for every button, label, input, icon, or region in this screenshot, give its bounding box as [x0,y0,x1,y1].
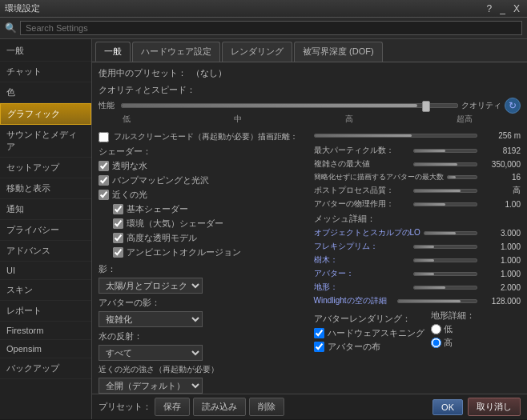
shader-adv-label: 高度な透明モデル [127,232,197,244]
tab-dof[interactable]: 被写界深度 (DOF) [294,42,383,62]
sidebar-item-firestorm[interactable]: Firestorm [0,322,91,340]
shader-water-row: 透明な水 [99,160,306,172]
sidebar-item-privacy[interactable]: プライバシー [0,220,91,241]
avatar-cloth-label: アバターの布 [328,341,380,353]
shadow-select[interactable]: 太陽/月とプロジェクタ [99,278,203,294]
sidebar-item-report[interactable]: レポート [0,301,91,322]
shader-bump-check[interactable] [99,175,109,186]
sidebar-item-sound[interactable]: サウンドとメディア [0,125,91,158]
avatar-physics-value: 1.00 [481,200,521,209]
shader-water-check[interactable] [99,161,109,171]
complexity-fill [414,163,458,166]
mesh-avatar-label: アバター： [314,268,410,279]
shader-basic-check[interactable] [113,204,123,214]
windlight-bar[interactable] [397,299,478,303]
mesh-flexi-label: フレキシプリム： [314,241,410,252]
help-button[interactable]: ? [485,3,495,14]
sidebar-item-ui[interactable]: UI [0,262,91,280]
draw-distance-bar[interactable] [314,134,478,138]
quality-section-label: クオリティとスピード： [99,84,195,96]
shader-atmos-check[interactable] [113,218,123,229]
tab-bar: 一般 ハードウェア設定 レンダリング 被写界深度 (DOF) [92,39,527,62]
ok-button[interactable]: OK [432,399,463,415]
save-button[interactable]: 保存 [155,398,190,416]
avatar-max-bar[interactable] [447,175,478,179]
windlight-value: 128.000 [481,297,521,306]
fullscreen-checkbox[interactable] [99,132,109,142]
complexity-bar[interactable] [413,162,478,166]
quality-slider-bar[interactable] [121,103,458,108]
close-button[interactable]: X [511,3,522,14]
terrain-high-radio[interactable] [431,338,441,348]
cancel-button[interactable]: 取り消し [468,398,521,416]
shadow-section: 影： 太陽/月とプロジェクタ アバターの影： 複雑化 [99,263,306,327]
quality-label-mid: 中 [234,114,242,125]
minimize-button[interactable]: _ [497,3,508,14]
quality-label-low: 低 [123,114,131,125]
mesh-label: メッシュ詳細： [314,213,521,225]
sidebar-item-chat[interactable]: チャット [0,62,91,82]
sidebar-item-general[interactable]: 一般 [0,41,91,62]
water-select[interactable]: すべて [99,345,203,361]
search-input[interactable] [20,21,522,35]
mesh-objects-bar[interactable] [424,231,477,235]
mesh-avatar-bar[interactable] [413,272,478,276]
quality-left-label: 性能 [99,100,118,111]
preset-row: 使用中のプリセット： （なし） [99,67,521,79]
mesh-flexi-bar[interactable] [413,245,478,249]
avatar-cloth-check[interactable] [314,342,324,352]
terrain-high-label: 高 [444,337,453,349]
terrain-low-radio[interactable] [431,324,441,334]
quality-slider-container[interactable] [121,103,458,108]
terrain-low-row: 低 [431,323,475,335]
mesh-trees-bar[interactable] [413,258,478,262]
sidebar-item-setup[interactable]: セットアップ [0,158,91,178]
sidebar-item-skin[interactable]: スキン [0,280,91,301]
load-button[interactable]: 読み込み [193,398,246,416]
sidebar-item-advance[interactable]: アドバンス [0,241,91,262]
bottom-bar: プリセット： 保存 読み込み 削除 OK 取り消し [92,394,527,419]
shader-nearlight-check[interactable] [99,190,109,200]
mesh-avatar-value: 1.000 [481,270,521,278]
shader-basic-row: 基本シェーダー [99,203,306,215]
shader-adv-check[interactable] [113,233,123,243]
quality-section: クオリティとスピード： 性能 クオリティ ↻ 低 中 [99,84,521,125]
tab-rendering[interactable]: レンダリング [222,42,292,62]
postprocess-bar[interactable] [413,189,478,193]
avatar-physics-bar[interactable] [413,202,478,206]
delete-button[interactable]: 削除 [249,398,284,416]
max-particles-bar[interactable] [413,149,478,153]
sidebar-item-opensim[interactable]: Opensim [0,340,91,358]
shadow-select-row: 太陽/月とプロジェクタ [99,278,306,294]
avatar-shadow-select[interactable]: 複雑化 [99,311,203,327]
postprocess-fill [414,190,461,192]
complexity-label: 複雑さの最大値 [314,158,410,170]
tab-general[interactable]: 一般 [95,42,131,62]
complexity-row: 複雑さの最大値 350,000 [314,158,521,170]
shadow-title: 影： [99,263,306,275]
shader-header: シェーダー： [99,146,306,158]
nearlight-select[interactable]: 全開（デフォルト） [99,378,203,394]
nearlight-label: 近くの光の強さ（再起動が必要） [99,364,306,375]
sidebar-item-backup[interactable]: バックアップ [0,358,91,379]
postprocess-row: ポストプロセス品質： 高 [314,185,521,196]
mesh-objects-row: オブジェクトとスカルプのLO 3.000 [314,227,521,238]
tab-hardware[interactable]: ハードウェア設定 [132,42,220,62]
sidebar-item-graphics[interactable]: グラフィック [0,103,91,125]
mesh-flexi-row: フレキシプリム： 1.000 [314,241,521,252]
sidebar-item-notify[interactable]: 通知 [0,199,91,220]
mesh-flexi-fill [414,246,435,248]
mesh-objects-fill [424,232,456,234]
sidebar-item-color[interactable]: 色 [0,82,91,103]
shader-ao-check[interactable] [113,247,123,258]
mesh-terrain-value: 2.000 [481,283,521,292]
sidebar-item-move[interactable]: 移動と表示 [0,178,91,199]
mesh-terrain-bar[interactable] [413,286,478,290]
hardware-skinning-check[interactable] [314,328,324,338]
preset-value: （なし） [191,67,227,79]
refresh-button[interactable]: ↻ [505,98,521,114]
postprocess-label: ポストプロセス品質： [314,185,410,196]
hardware-skinning-row: ハードウェアスキニング [314,327,424,339]
mesh-terrain-row: 地形： 2.000 [314,282,521,293]
max-particles-value: 8192 [481,146,521,155]
